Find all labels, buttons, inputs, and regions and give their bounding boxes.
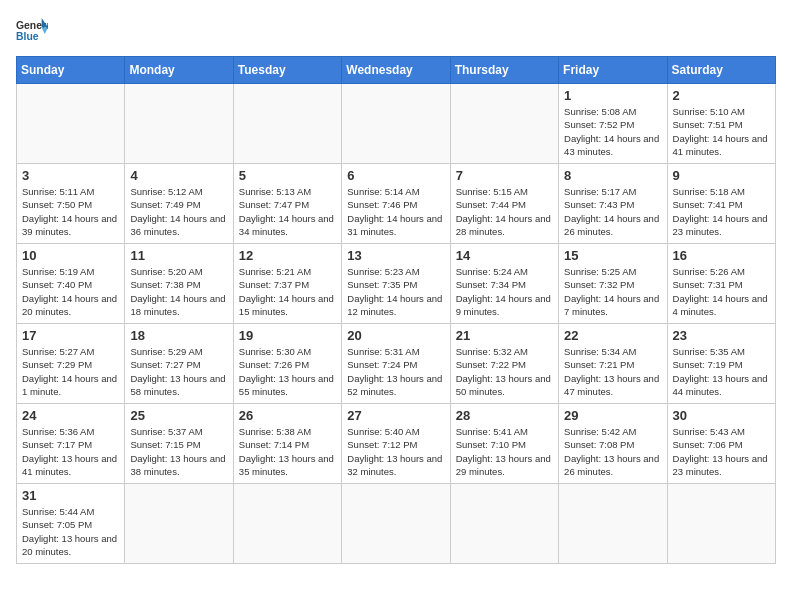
- day-info: Sunrise: 5:37 AM Sunset: 7:15 PM Dayligh…: [130, 425, 227, 478]
- day-cell: 11Sunrise: 5:20 AM Sunset: 7:38 PM Dayli…: [125, 244, 233, 324]
- logo: General Blue: [16, 16, 52, 44]
- week-row-6: 31Sunrise: 5:44 AM Sunset: 7:05 PM Dayli…: [17, 484, 776, 564]
- day-info: Sunrise: 5:36 AM Sunset: 7:17 PM Dayligh…: [22, 425, 119, 478]
- day-info: Sunrise: 5:08 AM Sunset: 7:52 PM Dayligh…: [564, 105, 661, 158]
- day-info: Sunrise: 5:21 AM Sunset: 7:37 PM Dayligh…: [239, 265, 336, 318]
- day-cell: [17, 84, 125, 164]
- day-info: Sunrise: 5:26 AM Sunset: 7:31 PM Dayligh…: [673, 265, 770, 318]
- weekday-header-sunday: Sunday: [17, 57, 125, 84]
- day-cell: [450, 84, 558, 164]
- day-info: Sunrise: 5:12 AM Sunset: 7:49 PM Dayligh…: [130, 185, 227, 238]
- day-info: Sunrise: 5:31 AM Sunset: 7:24 PM Dayligh…: [347, 345, 444, 398]
- day-info: Sunrise: 5:27 AM Sunset: 7:29 PM Dayligh…: [22, 345, 119, 398]
- svg-text:Blue: Blue: [16, 31, 39, 42]
- day-info: Sunrise: 5:42 AM Sunset: 7:08 PM Dayligh…: [564, 425, 661, 478]
- day-number: 5: [239, 168, 336, 183]
- day-number: 24: [22, 408, 119, 423]
- day-info: Sunrise: 5:24 AM Sunset: 7:34 PM Dayligh…: [456, 265, 553, 318]
- day-cell: 28Sunrise: 5:41 AM Sunset: 7:10 PM Dayli…: [450, 404, 558, 484]
- day-cell: 30Sunrise: 5:43 AM Sunset: 7:06 PM Dayli…: [667, 404, 775, 484]
- day-number: 13: [347, 248, 444, 263]
- day-info: Sunrise: 5:13 AM Sunset: 7:47 PM Dayligh…: [239, 185, 336, 238]
- day-number: 3: [22, 168, 119, 183]
- day-cell: 10Sunrise: 5:19 AM Sunset: 7:40 PM Dayli…: [17, 244, 125, 324]
- day-cell: [342, 84, 450, 164]
- day-cell: 25Sunrise: 5:37 AM Sunset: 7:15 PM Dayli…: [125, 404, 233, 484]
- week-row-4: 17Sunrise: 5:27 AM Sunset: 7:29 PM Dayli…: [17, 324, 776, 404]
- day-cell: 29Sunrise: 5:42 AM Sunset: 7:08 PM Dayli…: [559, 404, 667, 484]
- day-cell: 15Sunrise: 5:25 AM Sunset: 7:32 PM Dayli…: [559, 244, 667, 324]
- week-row-1: 1Sunrise: 5:08 AM Sunset: 7:52 PM Daylig…: [17, 84, 776, 164]
- day-cell: 1Sunrise: 5:08 AM Sunset: 7:52 PM Daylig…: [559, 84, 667, 164]
- day-info: Sunrise: 5:23 AM Sunset: 7:35 PM Dayligh…: [347, 265, 444, 318]
- day-number: 6: [347, 168, 444, 183]
- day-cell: 19Sunrise: 5:30 AM Sunset: 7:26 PM Dayli…: [233, 324, 341, 404]
- day-cell: [233, 84, 341, 164]
- day-number: 10: [22, 248, 119, 263]
- day-info: Sunrise: 5:17 AM Sunset: 7:43 PM Dayligh…: [564, 185, 661, 238]
- day-number: 18: [130, 328, 227, 343]
- day-cell: [233, 484, 341, 564]
- day-info: Sunrise: 5:14 AM Sunset: 7:46 PM Dayligh…: [347, 185, 444, 238]
- day-number: 14: [456, 248, 553, 263]
- day-info: Sunrise: 5:20 AM Sunset: 7:38 PM Dayligh…: [130, 265, 227, 318]
- day-info: Sunrise: 5:29 AM Sunset: 7:27 PM Dayligh…: [130, 345, 227, 398]
- day-info: Sunrise: 5:30 AM Sunset: 7:26 PM Dayligh…: [239, 345, 336, 398]
- day-cell: [125, 484, 233, 564]
- weekday-header-friday: Friday: [559, 57, 667, 84]
- day-cell: 20Sunrise: 5:31 AM Sunset: 7:24 PM Dayli…: [342, 324, 450, 404]
- day-number: 15: [564, 248, 661, 263]
- day-number: 11: [130, 248, 227, 263]
- day-number: 27: [347, 408, 444, 423]
- day-number: 2: [673, 88, 770, 103]
- day-cell: 8Sunrise: 5:17 AM Sunset: 7:43 PM Daylig…: [559, 164, 667, 244]
- day-info: Sunrise: 5:10 AM Sunset: 7:51 PM Dayligh…: [673, 105, 770, 158]
- day-info: Sunrise: 5:18 AM Sunset: 7:41 PM Dayligh…: [673, 185, 770, 238]
- weekday-header-wednesday: Wednesday: [342, 57, 450, 84]
- day-cell: 7Sunrise: 5:15 AM Sunset: 7:44 PM Daylig…: [450, 164, 558, 244]
- day-info: Sunrise: 5:43 AM Sunset: 7:06 PM Dayligh…: [673, 425, 770, 478]
- day-cell: 17Sunrise: 5:27 AM Sunset: 7:29 PM Dayli…: [17, 324, 125, 404]
- weekday-header-thursday: Thursday: [450, 57, 558, 84]
- day-info: Sunrise: 5:38 AM Sunset: 7:14 PM Dayligh…: [239, 425, 336, 478]
- day-number: 12: [239, 248, 336, 263]
- day-cell: 23Sunrise: 5:35 AM Sunset: 7:19 PM Dayli…: [667, 324, 775, 404]
- day-number: 19: [239, 328, 336, 343]
- day-number: 16: [673, 248, 770, 263]
- day-cell: 16Sunrise: 5:26 AM Sunset: 7:31 PM Dayli…: [667, 244, 775, 324]
- day-cell: [450, 484, 558, 564]
- day-number: 7: [456, 168, 553, 183]
- day-cell: 4Sunrise: 5:12 AM Sunset: 7:49 PM Daylig…: [125, 164, 233, 244]
- day-cell: 31Sunrise: 5:44 AM Sunset: 7:05 PM Dayli…: [17, 484, 125, 564]
- day-info: Sunrise: 5:41 AM Sunset: 7:10 PM Dayligh…: [456, 425, 553, 478]
- day-number: 26: [239, 408, 336, 423]
- day-info: Sunrise: 5:40 AM Sunset: 7:12 PM Dayligh…: [347, 425, 444, 478]
- day-cell: 21Sunrise: 5:32 AM Sunset: 7:22 PM Dayli…: [450, 324, 558, 404]
- day-info: Sunrise: 5:32 AM Sunset: 7:22 PM Dayligh…: [456, 345, 553, 398]
- day-number: 17: [22, 328, 119, 343]
- weekday-header-saturday: Saturday: [667, 57, 775, 84]
- day-info: Sunrise: 5:34 AM Sunset: 7:21 PM Dayligh…: [564, 345, 661, 398]
- day-number: 20: [347, 328, 444, 343]
- day-cell: [125, 84, 233, 164]
- week-row-2: 3Sunrise: 5:11 AM Sunset: 7:50 PM Daylig…: [17, 164, 776, 244]
- logo-icon: General Blue: [16, 16, 48, 44]
- day-number: 1: [564, 88, 661, 103]
- day-cell: 2Sunrise: 5:10 AM Sunset: 7:51 PM Daylig…: [667, 84, 775, 164]
- day-number: 28: [456, 408, 553, 423]
- weekday-header-row: SundayMondayTuesdayWednesdayThursdayFrid…: [17, 57, 776, 84]
- day-number: 31: [22, 488, 119, 503]
- day-info: Sunrise: 5:19 AM Sunset: 7:40 PM Dayligh…: [22, 265, 119, 318]
- day-number: 23: [673, 328, 770, 343]
- day-cell: [667, 484, 775, 564]
- day-number: 8: [564, 168, 661, 183]
- day-number: 29: [564, 408, 661, 423]
- day-cell: 24Sunrise: 5:36 AM Sunset: 7:17 PM Dayli…: [17, 404, 125, 484]
- day-info: Sunrise: 5:44 AM Sunset: 7:05 PM Dayligh…: [22, 505, 119, 558]
- day-cell: 13Sunrise: 5:23 AM Sunset: 7:35 PM Dayli…: [342, 244, 450, 324]
- day-cell: [342, 484, 450, 564]
- day-cell: 22Sunrise: 5:34 AM Sunset: 7:21 PM Dayli…: [559, 324, 667, 404]
- day-cell: 5Sunrise: 5:13 AM Sunset: 7:47 PM Daylig…: [233, 164, 341, 244]
- day-info: Sunrise: 5:15 AM Sunset: 7:44 PM Dayligh…: [456, 185, 553, 238]
- day-cell: 12Sunrise: 5:21 AM Sunset: 7:37 PM Dayli…: [233, 244, 341, 324]
